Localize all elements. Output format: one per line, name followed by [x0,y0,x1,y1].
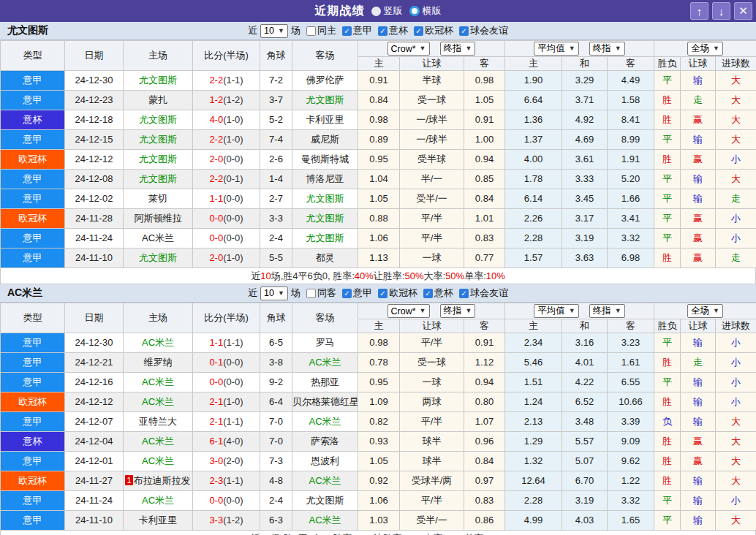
handicap-line: 受一球 [400,91,464,110]
near-label: 近 [248,24,257,37]
handicap-outcome: 输 [681,170,716,189]
layout-vertical-radio[interactable]: 竖版 [371,4,403,18]
move-up-button[interactable]: ↑ [690,2,708,20]
match-date: 24-12-04 [65,432,124,452]
final-odds-select[interactable]: 终指▼ [589,42,625,56]
chevron-down-icon: ▼ [466,45,472,52]
move-down-button[interactable]: ↓ [712,2,730,20]
league-checkbox[interactable]: ✓ [342,289,352,298]
league-checkbox[interactable]: ✓ [342,26,352,36]
handicap-home-odds: 1.09 [358,392,400,412]
score: 0-1(0-0) [193,353,260,373]
competition-badge: 意甲 [1,71,65,91]
match-outcome: 平 [654,229,681,248]
average-select[interactable]: 平均值▼ [534,304,578,318]
match-count-select[interactable]: 10▼ [260,24,288,38]
avg-draw-odds: 3.63 [562,248,608,268]
arrow-down-icon: ↓ [719,5,725,18]
final-odds-select[interactable]: 终指▼ [440,304,476,318]
goals-outcome: 走 [716,248,756,268]
league-checkbox[interactable]: ✓ [459,289,469,298]
scope-select[interactable]: 全场▼ [687,304,723,318]
handicap-home-odds: 1.06 [358,229,400,248]
match-date: 24-12-08 [65,170,124,189]
league-checkbox[interactable]: ✓ [378,26,388,36]
match-date: 24-11-10 [65,511,124,531]
avg-away-odds: 6.98 [608,248,654,268]
odds-company-select[interactable]: Crow*▼ [388,42,430,56]
summary-line: 近10场,胜4平6负0, 胜率:40% 让胜率:50% 大率:50% 单率:10… [0,268,756,284]
handicap-away-odds: 0.84 [464,189,505,209]
close-button[interactable]: ✕ [734,2,752,20]
avg-home-odds: 1.90 [505,71,562,91]
handicap-home-odds: 0.98 [358,333,400,353]
match-row: 欧冠杯24-11-28阿斯顿维拉0-0(0-0)3-3尤文图斯0.88平/半1.… [1,209,756,229]
match-row: 意甲24-12-16AC米兰0-0(0-0)9-2热那亚0.95一球0.941.… [1,373,756,392]
handicap-away-odds: 1.00 [464,130,505,150]
results-table: 类型 日期 主场 比分(半场) 角球 客场 Crow*▼ 终指▼ 平均值 [0,303,756,531]
avg-home-odds: 4.00 [505,150,562,170]
layout-horizontal-radio[interactable]: 横版 [409,4,442,18]
corner-score: 3-3 [260,209,292,229]
same-venue-checkbox[interactable] [306,289,316,298]
average-select[interactable]: 平均值▼ [534,42,578,56]
avg-home-odds: 2.26 [505,209,562,229]
match-date: 24-12-12 [65,150,124,170]
score: 3-0(2-0) [193,452,260,471]
avg-away-odds: 3.32 [608,491,654,511]
scope-select[interactable]: 全场▼ [687,42,723,56]
avg-away-odds: 1.58 [608,91,654,110]
away-team: 都灵 [292,248,358,268]
home-team: 莱切 [124,189,193,209]
avg-away-odds: 1.61 [608,353,654,373]
sub-header-home-odds: 主 [358,319,400,333]
handicap-away-odds: 0.97 [464,471,505,491]
odds-company-select[interactable]: Crow*▼ [388,304,430,318]
avg-draw-odds: 4.92 [562,110,608,130]
league-checkbox[interactable]: ✓ [423,289,433,298]
avg-draw-odds: 5.07 [562,452,608,471]
avg-away-odds: 8.41 [608,110,654,130]
handicap-line: 半/一 [400,170,464,189]
avg-draw-odds: 6.52 [562,392,608,412]
avg-home-odds: 1.24 [505,392,562,412]
handicap-away-odds: 0.91 [464,333,505,353]
league-checkbox[interactable]: ✓ [378,289,388,298]
handicap-away-odds: 0.94 [464,150,505,170]
match-outcome: 胜 [654,248,681,268]
chevron-down-icon: ▼ [569,45,575,52]
competition-badge: 意甲 [1,452,65,471]
avg-away-odds: 1.66 [608,189,654,209]
match-row: 欧冠杯24-12-12尤文图斯2-0(0-0)2-6曼彻斯特城0.95受半球0.… [1,150,756,170]
handicap-line: 两球 [400,392,464,412]
home-team: 维罗纳 [124,353,193,373]
final-odds-select[interactable]: 终指▼ [589,304,625,318]
handicap-line: 球半 [400,432,464,452]
match-date: 24-12-18 [65,110,124,130]
sub-header-outcome: 胜负 [654,57,681,71]
goals-outcome: 大 [716,511,756,531]
handicap-outcome: 输 [681,373,716,392]
handicap-line: 一球 [400,248,464,268]
score: 2-1(1-0) [193,392,260,412]
same-venue-checkbox[interactable] [306,26,316,36]
sub-header-avg-draw: 和 [562,57,608,71]
match-row: 意杯24-12-04AC米兰6-1(4-0)7-0萨索洛0.93球半0.961.… [1,432,756,452]
away-team: 罗马 [292,333,358,353]
competition-badge: 意甲 [1,248,65,268]
league-checkbox[interactable]: ✓ [414,26,423,36]
handicap-outcome: 赢 [681,432,716,452]
sub-header-goals: 进球数 [716,319,756,333]
score: 0-0(0-0) [193,373,260,392]
final-odds-select[interactable]: 终指▼ [440,42,476,56]
avg-away-odds: 10.66 [608,392,654,412]
handicap-line: 一/球半 [400,110,464,130]
home-team: 尤文图斯 [124,130,193,150]
handicap-line: 一/球半 [400,130,464,150]
match-date: 24-12-30 [65,71,124,91]
league-checkbox[interactable]: ✓ [459,26,469,36]
match-count-select[interactable]: 10▼ [260,287,288,300]
team-section-juventus: 尤文图斯 近 10▼ 场 同主 ✓意甲 ✓意杯 ✓欧冠杯 ✓球会友谊 [0,22,756,284]
close-icon: ✕ [738,4,748,18]
handicap-outcome: 输 [681,71,716,91]
